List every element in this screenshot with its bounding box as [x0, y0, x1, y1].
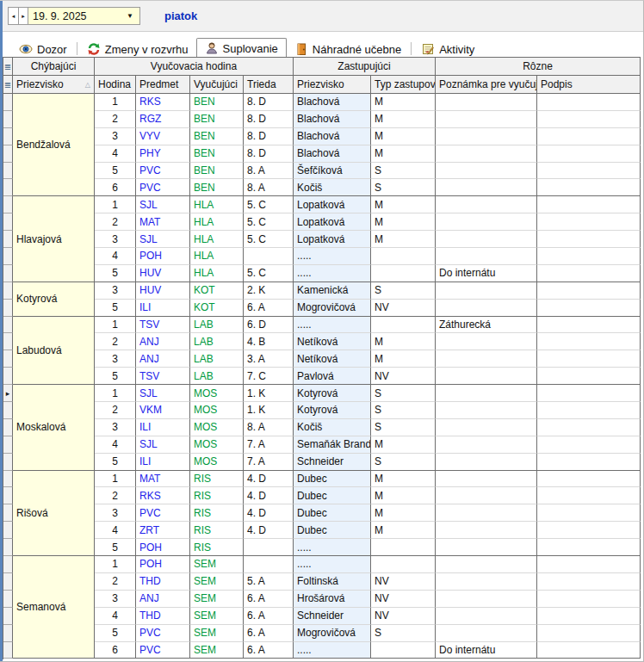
- cell-vyucujuci[interactable]: SEM: [190, 625, 244, 642]
- column-header-podpis[interactable]: Podpis: [537, 76, 641, 94]
- cell-poznamka[interactable]: [436, 282, 537, 300]
- cell-zastupujuci[interactable]: Schneider: [294, 608, 371, 625]
- cell-vyucujuci[interactable]: SEM: [190, 642, 244, 659]
- row-selector[interactable]: [3, 196, 13, 213]
- cell-vyucujuci[interactable]: MOS: [190, 419, 244, 436]
- cell-poznamka[interactable]: [436, 573, 537, 591]
- cell-poznamka[interactable]: [436, 471, 537, 488]
- cell-typ-zastupovania[interactable]: [371, 539, 436, 556]
- cell-trieda[interactable]: 4. B: [244, 333, 294, 350]
- cell-predmet[interactable]: HUV: [136, 265, 190, 282]
- cell-trieda[interactable]: 6. A: [244, 591, 294, 608]
- row-selector[interactable]: [3, 419, 13, 436]
- cell-typ-zastupovania[interactable]: S: [371, 402, 436, 419]
- date-next-button[interactable]: ▸: [18, 7, 28, 25]
- cell-vyucujuci[interactable]: BEN: [190, 128, 244, 145]
- cell-predmet[interactable]: PVC: [136, 642, 190, 659]
- cell-predmet[interactable]: PHY: [136, 145, 190, 163]
- cell-zastupujuci[interactable]: Semaňák Brando: [294, 436, 371, 454]
- cell-hodina[interactable]: 5: [95, 625, 136, 642]
- row-selector[interactable]: [3, 402, 13, 419]
- row-selector[interactable]: [3, 179, 13, 196]
- row-selector[interactable]: [3, 231, 13, 248]
- cell-podpis[interactable]: [537, 128, 641, 145]
- cell-trieda[interactable]: 6. A: [244, 300, 294, 317]
- cell-zastupujuci[interactable]: Kotyrová: [294, 402, 371, 419]
- column-header-pozn-mka-pre-vyu-uj[interactable]: Poznámka pre vyučuj: [436, 76, 537, 94]
- cell-podpis[interactable]: [537, 350, 641, 368]
- cell-trieda[interactable]: 8. A: [244, 179, 294, 196]
- cell-predmet[interactable]: TSV: [136, 368, 190, 385]
- missing-teacher-cell[interactable]: Semanová: [13, 556, 95, 659]
- cell-typ-zastupovania[interactable]: M: [371, 213, 436, 231]
- cell-typ-zastupovania[interactable]: [371, 556, 436, 573]
- cell-hodina[interactable]: 4: [95, 608, 136, 625]
- cell-trieda[interactable]: 8. D: [244, 94, 294, 111]
- cell-trieda[interactable]: 1. K: [244, 402, 294, 419]
- cell-poznamka[interactable]: [436, 385, 537, 402]
- missing-teacher-cell[interactable]: Kotyrová: [13, 282, 95, 317]
- cell-hodina[interactable]: 4: [95, 145, 136, 163]
- cell-podpis[interactable]: [537, 504, 641, 522]
- cell-vyucujuci[interactable]: LAB: [190, 317, 244, 334]
- cell-vyucujuci[interactable]: RIS: [190, 504, 244, 522]
- cell-typ-zastupovania[interactable]: M: [371, 231, 436, 248]
- cell-vyucujuci[interactable]: SEM: [190, 556, 244, 573]
- cell-predmet[interactable]: ZRT: [136, 522, 190, 539]
- cell-predmet[interactable]: MAT: [136, 471, 190, 488]
- cell-hodina[interactable]: 2: [95, 213, 136, 231]
- cell-predmet[interactable]: SJL: [136, 196, 190, 213]
- row-selector[interactable]: [3, 145, 13, 163]
- cell-trieda[interactable]: 8. D: [244, 111, 294, 128]
- cell-trieda[interactable]: 8. A: [244, 419, 294, 436]
- date-prev-button[interactable]: ◂: [8, 7, 18, 25]
- missing-teacher-cell[interactable]: Bendžalová: [13, 94, 95, 196]
- cell-podpis[interactable]: [537, 419, 641, 436]
- cell-predmet[interactable]: PVC: [136, 163, 190, 180]
- cell-hodina[interactable]: 5: [95, 539, 136, 556]
- cell-hodina[interactable]: 3: [95, 591, 136, 608]
- cell-vyucujuci[interactable]: MOS: [190, 454, 244, 471]
- cell-podpis[interactable]: [537, 642, 641, 659]
- cell-hodina[interactable]: 2: [95, 573, 136, 591]
- cell-trieda[interactable]: 8. A: [244, 163, 294, 180]
- cell-vyucujuci[interactable]: MOS: [190, 402, 244, 419]
- row-selector[interactable]: [3, 504, 13, 522]
- cell-zastupujuci[interactable]: .....: [294, 248, 371, 265]
- cell-podpis[interactable]: [537, 591, 641, 608]
- cell-zastupujuci[interactable]: Lopatková: [294, 196, 371, 213]
- cell-podpis[interactable]: [537, 402, 641, 419]
- row-selector[interactable]: [3, 522, 13, 539]
- cell-podpis[interactable]: [537, 471, 641, 488]
- column-header-trieda[interactable]: Trieda: [244, 76, 294, 94]
- cell-predmet[interactable]: VKM: [136, 402, 190, 419]
- cell-poznamka[interactable]: [436, 368, 537, 385]
- cell-predmet[interactable]: THD: [136, 573, 190, 591]
- cell-hodina[interactable]: 1: [95, 196, 136, 213]
- tab-dozor[interactable]: Dozor: [11, 40, 75, 58]
- cell-typ-zastupovania[interactable]: NV: [371, 573, 436, 591]
- cell-predmet[interactable]: SJL: [136, 385, 190, 402]
- tab-n-hradn-u-ebne[interactable]: Náhradné učebne: [287, 40, 409, 58]
- cell-podpis[interactable]: [537, 300, 641, 317]
- cell-zastupujuci[interactable]: Kotyrová: [294, 385, 371, 402]
- cell-typ-zastupovania[interactable]: NV: [371, 300, 436, 317]
- row-selector[interactable]: [3, 350, 13, 368]
- cell-zastupujuci[interactable]: Blachová: [294, 94, 371, 111]
- cell-trieda[interactable]: 7. A: [244, 454, 294, 471]
- cell-typ-zastupovania[interactable]: [371, 317, 436, 334]
- cell-predmet[interactable]: RKS: [136, 487, 190, 504]
- column-header-priezvisko[interactable]: Priezvisko: [294, 76, 371, 94]
- cell-vyucujuci[interactable]: BEN: [190, 94, 244, 111]
- cell-zastupujuci[interactable]: Kočiš: [294, 179, 371, 196]
- cell-hodina[interactable]: 3: [95, 231, 136, 248]
- missing-teacher-cell[interactable]: Moskalová: [13, 385, 95, 470]
- cell-predmet[interactable]: POH: [136, 248, 190, 265]
- cell-predmet[interactable]: POH: [136, 539, 190, 556]
- cell-hodina[interactable]: 2: [95, 402, 136, 419]
- cell-poznamka[interactable]: [436, 333, 537, 350]
- cell-podpis[interactable]: [537, 368, 641, 385]
- row-selector[interactable]: [3, 471, 13, 488]
- row-selector[interactable]: [3, 642, 13, 659]
- cell-poznamka[interactable]: [436, 145, 537, 163]
